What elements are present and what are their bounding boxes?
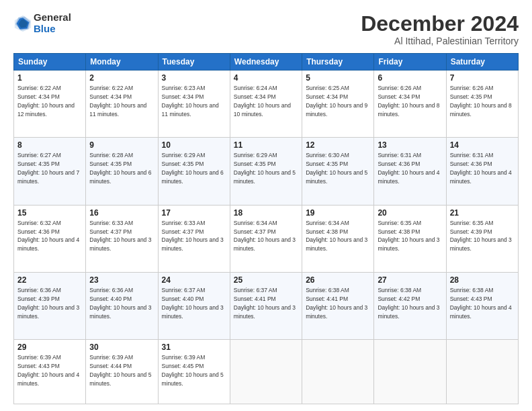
logo-general-text: General (34, 12, 71, 24)
logo-text: General Blue (34, 12, 71, 34)
day-info: Sunrise: 6:31 AMSunset: 4:36 PMDaylight:… (450, 152, 512, 185)
table-row: 2 Sunrise: 6:22 AMSunset: 4:34 PMDayligh… (86, 71, 158, 138)
day-number: 22 (17, 275, 82, 285)
day-number: 13 (378, 140, 442, 150)
table-row: 12 Sunrise: 6:30 AMSunset: 4:35 PMDaylig… (302, 138, 374, 205)
table-row: 24 Sunrise: 6:37 AMSunset: 4:40 PMDaylig… (158, 272, 230, 339)
table-row: 27 Sunrise: 6:38 AMSunset: 4:42 PMDaylig… (374, 272, 446, 339)
logo-blue-text: Blue (34, 24, 71, 35)
table-row: 6 Sunrise: 6:26 AMSunset: 4:34 PMDayligh… (374, 71, 446, 138)
table-row: 31 Sunrise: 6:39 AMSunset: 4:45 PMDaylig… (158, 340, 230, 404)
day-number: 16 (89, 208, 154, 218)
table-row: 29 Sunrise: 6:39 AMSunset: 4:43 PMDaylig… (14, 340, 86, 404)
day-number: 30 (89, 342, 154, 352)
day-number: 9 (89, 140, 154, 150)
day-number: 3 (162, 73, 226, 83)
day-info: Sunrise: 6:38 AMSunset: 4:41 PMDaylight:… (306, 287, 367, 320)
table-row: 18 Sunrise: 6:34 AMSunset: 4:37 PMDaylig… (230, 205, 302, 272)
day-info: Sunrise: 6:33 AMSunset: 4:37 PMDaylight:… (162, 220, 224, 253)
table-row: 25 Sunrise: 6:37 AMSunset: 4:41 PMDaylig… (230, 272, 302, 339)
day-number: 4 (234, 73, 298, 83)
table-row: 28 Sunrise: 6:38 AMSunset: 4:43 PMDaylig… (446, 272, 518, 339)
day-number: 27 (378, 275, 442, 285)
day-info: Sunrise: 6:25 AMSunset: 4:34 PMDaylight:… (306, 85, 367, 118)
day-info: Sunrise: 6:26 AMSunset: 4:35 PMDaylight:… (450, 85, 512, 118)
table-row: 8 Sunrise: 6:27 AMSunset: 4:35 PMDayligh… (14, 138, 86, 205)
day-number: 18 (234, 208, 298, 218)
day-number: 28 (450, 275, 515, 285)
day-number: 19 (306, 208, 370, 218)
day-number: 10 (162, 140, 226, 150)
day-number: 21 (450, 208, 515, 218)
day-info: Sunrise: 6:35 AMSunset: 4:38 PMDaylight:… (378, 220, 439, 253)
header-thursday: Thursday (302, 54, 374, 71)
logo-icon (13, 14, 32, 33)
table-row: 4 Sunrise: 6:24 AMSunset: 4:34 PMDayligh… (230, 71, 302, 138)
table-row: 16 Sunrise: 6:33 AMSunset: 4:37 PMDaylig… (86, 205, 158, 272)
header-sunday: Sunday (14, 54, 86, 71)
table-row: 13 Sunrise: 6:31 AMSunset: 4:36 PMDaylig… (374, 138, 446, 205)
day-number: 17 (162, 208, 226, 218)
table-row: 21 Sunrise: 6:35 AMSunset: 4:39 PMDaylig… (446, 205, 518, 272)
day-number: 23 (89, 275, 154, 285)
table-row: 23 Sunrise: 6:36 AMSunset: 4:40 PMDaylig… (86, 272, 158, 339)
table-row: 22 Sunrise: 6:36 AMSunset: 4:39 PMDaylig… (14, 272, 86, 339)
calendar-table: Sunday Monday Tuesday Wednesday Thursday… (13, 53, 519, 404)
day-info: Sunrise: 6:22 AMSunset: 4:34 PMDaylight:… (89, 85, 146, 118)
table-row: 26 Sunrise: 6:38 AMSunset: 4:41 PMDaylig… (302, 272, 374, 339)
day-info: Sunrise: 6:28 AMSunset: 4:35 PMDaylight:… (89, 152, 151, 185)
day-number: 25 (234, 275, 298, 285)
header-saturday: Saturday (446, 54, 518, 71)
day-info: Sunrise: 6:30 AMSunset: 4:35 PMDaylight:… (306, 152, 367, 185)
day-number: 12 (306, 140, 370, 150)
day-info: Sunrise: 6:29 AMSunset: 4:35 PMDaylight:… (234, 152, 296, 185)
table-row: 7 Sunrise: 6:26 AMSunset: 4:35 PMDayligh… (446, 71, 518, 138)
title-block: December 2024 Al Ittihad, Palestinian Te… (361, 12, 519, 46)
table-row: 30 Sunrise: 6:39 AMSunset: 4:44 PMDaylig… (86, 340, 158, 404)
table-row: 10 Sunrise: 6:29 AMSunset: 4:35 PMDaylig… (158, 138, 230, 205)
day-number: 29 (17, 342, 82, 352)
subtitle: Al Ittihad, Palestinian Territory (361, 36, 519, 46)
day-info: Sunrise: 6:24 AMSunset: 4:34 PMDaylight:… (234, 85, 291, 118)
day-number: 11 (234, 140, 298, 150)
day-info: Sunrise: 6:39 AMSunset: 4:44 PMDaylight:… (89, 354, 151, 387)
day-number: 14 (450, 140, 515, 150)
table-row: 5 Sunrise: 6:25 AMSunset: 4:34 PMDayligh… (302, 71, 374, 138)
table-row: 3 Sunrise: 6:23 AMSunset: 4:34 PMDayligh… (158, 71, 230, 138)
main-title: December 2024 (361, 12, 519, 36)
day-info: Sunrise: 6:29 AMSunset: 4:35 PMDaylight:… (162, 152, 224, 185)
day-number: 5 (306, 73, 370, 83)
day-info: Sunrise: 6:38 AMSunset: 4:42 PMDaylight:… (378, 287, 439, 320)
day-info: Sunrise: 6:22 AMSunset: 4:34 PMDaylight:… (17, 85, 75, 118)
day-number: 6 (378, 73, 442, 83)
day-number: 15 (17, 208, 82, 218)
table-row: 11 Sunrise: 6:29 AMSunset: 4:35 PMDaylig… (230, 138, 302, 205)
header-monday: Monday (86, 54, 158, 71)
day-number: 26 (306, 275, 370, 285)
day-number: 7 (450, 73, 515, 83)
day-info: Sunrise: 6:23 AMSunset: 4:34 PMDaylight:… (162, 85, 219, 118)
day-info: Sunrise: 6:38 AMSunset: 4:43 PMDaylight:… (450, 287, 512, 320)
logo: General Blue (13, 12, 71, 34)
day-info: Sunrise: 6:37 AMSunset: 4:40 PMDaylight:… (162, 287, 224, 320)
day-info: Sunrise: 6:36 AMSunset: 4:40 PMDaylight:… (89, 287, 151, 320)
day-info: Sunrise: 6:34 AMSunset: 4:38 PMDaylight:… (306, 220, 367, 253)
day-number: 31 (162, 342, 226, 352)
table-row (374, 340, 446, 404)
table-row (302, 340, 374, 404)
day-info: Sunrise: 6:34 AMSunset: 4:37 PMDaylight:… (234, 220, 296, 253)
header: General Blue December 2024 Al Ittihad, P… (13, 12, 519, 46)
table-row (230, 340, 302, 404)
table-row: 15 Sunrise: 6:32 AMSunset: 4:36 PMDaylig… (14, 205, 86, 272)
table-row: 20 Sunrise: 6:35 AMSunset: 4:38 PMDaylig… (374, 205, 446, 272)
day-info: Sunrise: 6:35 AMSunset: 4:39 PMDaylight:… (450, 220, 512, 253)
table-row: 17 Sunrise: 6:33 AMSunset: 4:37 PMDaylig… (158, 205, 230, 272)
day-info: Sunrise: 6:31 AMSunset: 4:36 PMDaylight:… (378, 152, 439, 185)
day-number: 24 (162, 275, 226, 285)
table-row: 19 Sunrise: 6:34 AMSunset: 4:38 PMDaylig… (302, 205, 374, 272)
header-friday: Friday (374, 54, 446, 71)
day-number: 8 (17, 140, 82, 150)
day-info: Sunrise: 6:36 AMSunset: 4:39 PMDaylight:… (17, 287, 79, 320)
header-tuesday: Tuesday (158, 54, 230, 71)
day-info: Sunrise: 6:32 AMSunset: 4:36 PMDaylight:… (17, 220, 79, 253)
